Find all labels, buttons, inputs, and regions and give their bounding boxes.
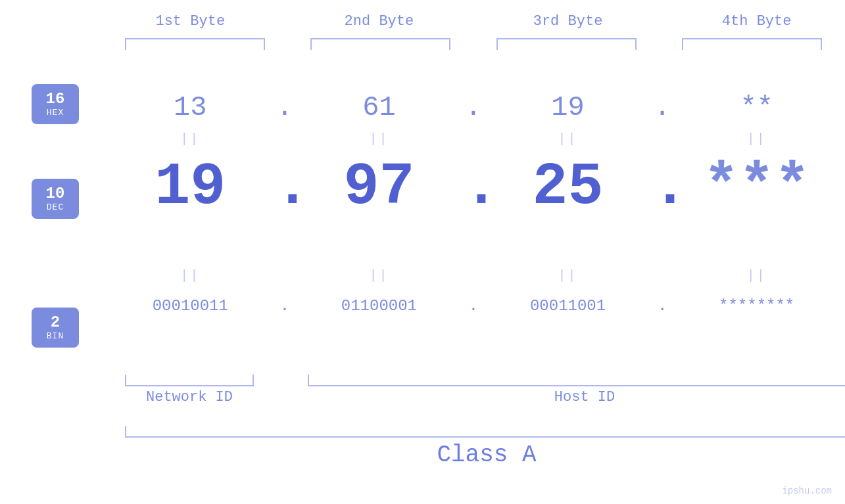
dec-badge-num: 10 bbox=[36, 185, 75, 202]
bin-b2: 01100001 bbox=[306, 297, 451, 315]
dec-b3: 25 bbox=[496, 158, 640, 217]
hex-row: 13 . 61 . 19 . ** bbox=[112, 92, 835, 124]
equals-row-2: || || || || bbox=[112, 268, 835, 283]
byte2-bracket bbox=[310, 38, 450, 50]
eq1-b1: || bbox=[118, 131, 262, 147]
eq1-b3: || bbox=[496, 131, 640, 147]
equals-row-1: || || || || bbox=[112, 131, 835, 147]
dec-b4: *** bbox=[685, 158, 829, 217]
hex-b4: ** bbox=[685, 92, 829, 124]
network-id-bracket bbox=[125, 375, 254, 386]
bin-badge-num: 2 bbox=[36, 314, 75, 331]
eq2-b2: || bbox=[306, 268, 451, 283]
byte1-bracket bbox=[125, 38, 265, 50]
bin-sep3: . bbox=[652, 297, 672, 315]
bin-b3: 00011001 bbox=[496, 297, 640, 315]
dec-sep3: . bbox=[652, 158, 672, 217]
page: 1st Byte 2nd Byte 3rd Byte 4th Byte 16 H… bbox=[0, 0, 845, 504]
hex-b3: 19 bbox=[496, 92, 640, 124]
network-id-label: Network ID bbox=[125, 389, 254, 405]
eq1-b4: || bbox=[685, 131, 829, 147]
watermark: ipshu.com bbox=[782, 486, 832, 496]
dec-sep1: . bbox=[275, 158, 295, 217]
bin-badge: 2 BIN bbox=[32, 308, 79, 348]
class-bracket bbox=[125, 426, 845, 438]
hex-b1: 13 bbox=[118, 92, 262, 124]
byte2-header: 2nd Byte bbox=[306, 13, 451, 30]
bin-sep1: . bbox=[275, 297, 295, 315]
byte4-header: 4th Byte bbox=[685, 13, 829, 30]
eq1-b2: || bbox=[306, 131, 451, 147]
bin-sep2: . bbox=[464, 297, 483, 315]
dec-b1: 19 bbox=[118, 158, 262, 217]
dec-sep2: . bbox=[464, 158, 483, 217]
eq2-b3: || bbox=[496, 268, 640, 283]
bin-row: 00010011 . 01100001 . 00011001 . *******… bbox=[112, 297, 835, 315]
dec-badge-name: DEC bbox=[36, 202, 75, 212]
hex-sep1: . bbox=[275, 92, 295, 124]
byte3-header: 3rd Byte bbox=[496, 13, 640, 30]
hex-sep2: . bbox=[464, 92, 483, 124]
byte1-header: 1st Byte bbox=[118, 13, 262, 30]
dec-b2: 97 bbox=[306, 158, 451, 217]
host-id-bracket bbox=[308, 375, 845, 386]
eq2-b4: || bbox=[685, 268, 829, 283]
class-label: Class A bbox=[125, 442, 845, 469]
hex-badge-name: HEX bbox=[36, 108, 75, 118]
bin-b1: 00010011 bbox=[118, 297, 262, 315]
dec-row: 19 . 97 . 25 . *** bbox=[112, 158, 835, 217]
hex-sep3: . bbox=[652, 92, 672, 124]
dec-badge: 10 DEC bbox=[32, 179, 79, 219]
hex-b2: 61 bbox=[306, 92, 451, 124]
eq2-b1: || bbox=[118, 268, 262, 283]
bin-badge-name: BIN bbox=[36, 331, 75, 341]
hex-badge-num: 16 bbox=[36, 91, 75, 108]
byte4-bracket bbox=[682, 38, 822, 50]
bin-b4: ******** bbox=[685, 297, 829, 315]
hex-badge: 16 HEX bbox=[32, 84, 79, 124]
byte3-bracket bbox=[496, 38, 637, 50]
host-id-label: Host ID bbox=[308, 389, 845, 405]
